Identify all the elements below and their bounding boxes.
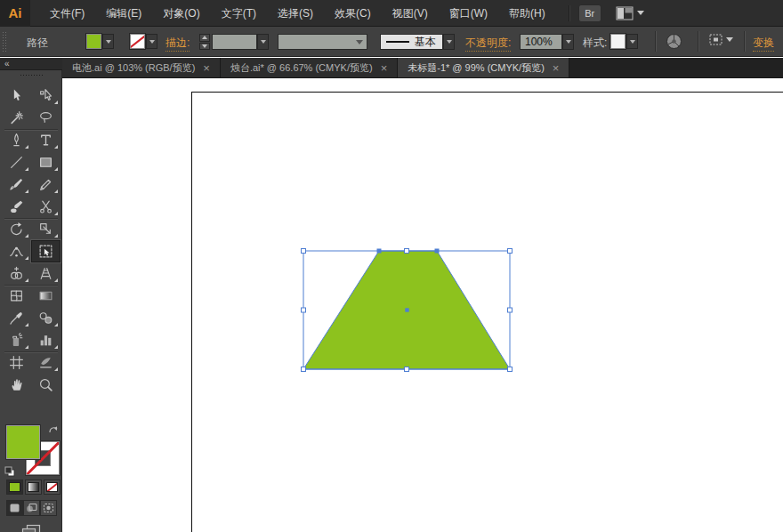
control-separator — [655, 31, 656, 52]
rotate-tool[interactable] — [2, 218, 31, 240]
tools-panel-gripper[interactable] — [20, 74, 43, 77]
opacity-input[interactable]: 100% — [520, 34, 562, 50]
fill-stroke-indicator — [0, 423, 62, 479]
blend-tool[interactable] — [31, 307, 61, 329]
handle-bottom-right[interactable] — [508, 367, 513, 372]
tab-close-icon[interactable]: × — [553, 62, 560, 74]
zoom-tool[interactable] — [31, 374, 61, 396]
gradient-tool[interactable] — [31, 285, 61, 307]
control-bar-gripper[interactable] — [2, 31, 6, 52]
width-tool[interactable] — [2, 240, 31, 262]
shape-center-point[interactable] — [405, 308, 408, 311]
gradient-button[interactable] — [25, 480, 42, 495]
artboard-tool[interactable] — [2, 351, 31, 374]
handle-bottom-left[interactable] — [302, 367, 306, 372]
mesh-tool[interactable] — [2, 285, 31, 307]
handle-middle-left[interactable] — [302, 308, 306, 312]
menu-type[interactable]: 文字(T) — [211, 0, 267, 27]
hand-tool[interactable] — [2, 374, 31, 396]
draw-normal-button[interactable] — [6, 500, 23, 516]
perspective-grid-tool[interactable] — [31, 262, 61, 285]
magic-wand-tool[interactable] — [2, 107, 31, 129]
scissors-tool[interactable] — [31, 196, 61, 218]
selected-shape-group — [295, 242, 520, 378]
paintbrush-tool[interactable] — [2, 173, 31, 196]
draw-inside-button[interactable] — [40, 500, 57, 516]
control-separator — [698, 31, 698, 52]
tab-document-3-active[interactable]: 未标题-1* @ 99% (CMYK/预览) × — [398, 58, 569, 77]
align-options-button[interactable] — [708, 33, 733, 46]
opacity-panel-link[interactable]: 不透明度: — [465, 36, 511, 52]
change-screen-mode-button[interactable] — [20, 522, 43, 532]
selection-tool[interactable] — [2, 85, 31, 107]
handle-bottom-center[interactable] — [405, 367, 409, 372]
lasso-tool[interactable] — [31, 107, 61, 129]
direct-selection-tool[interactable] — [31, 85, 61, 107]
tab-document-2[interactable]: 烛台.ai* @ 66.67% (CMYK/预览) × — [221, 58, 398, 77]
width-profile-dropdown[interactable] — [278, 34, 367, 50]
handle-middle-right[interactable] — [508, 308, 513, 312]
free-transform-tool[interactable] — [31, 240, 61, 262]
default-fill-stroke-icon[interactable] — [4, 466, 15, 477]
transform-panel-link[interactable]: 变换 — [753, 36, 774, 52]
draw-behind-button[interactable] — [23, 500, 40, 516]
line-segment-tool[interactable] — [2, 151, 31, 173]
menu-help[interactable]: 帮助(H) — [498, 0, 556, 27]
pen-tool[interactable] — [2, 129, 31, 151]
tab-close-icon[interactable]: × — [203, 62, 210, 74]
tab-close-icon[interactable]: × — [381, 62, 388, 74]
shape-builder-tool[interactable] — [2, 262, 31, 285]
menu-select[interactable]: 选择(S) — [267, 0, 324, 27]
color-button[interactable] — [6, 480, 23, 495]
opacity-dropdown[interactable] — [562, 34, 574, 50]
pencil-tool[interactable] — [31, 173, 61, 196]
menu-file[interactable]: 文件(F) — [39, 0, 95, 27]
stroke-weight-input[interactable] — [212, 34, 257, 50]
fill-color-dropdown[interactable] — [102, 34, 114, 49]
column-graph-tool[interactable] — [31, 329, 61, 351]
fill-color-swatch[interactable] — [86, 34, 101, 49]
rectangle-tool[interactable] — [31, 151, 61, 173]
brush-stroke-preview — [386, 41, 409, 43]
toolbar-collapse-button[interactable]: « — [0, 58, 62, 70]
tool-grid — [2, 85, 61, 396]
menu-object[interactable]: 对象(O) — [152, 0, 210, 27]
handle-top-right[interactable] — [508, 249, 513, 254]
recolor-artwork-button[interactable] — [666, 33, 682, 50]
screen-mode-icon — [21, 524, 41, 532]
menu-window[interactable]: 窗口(W) — [439, 0, 498, 27]
menu-effect[interactable]: 效果(C) — [324, 0, 382, 27]
eyedropper-tool[interactable] — [2, 307, 31, 329]
menu-view[interactable]: 视图(V) — [382, 0, 439, 27]
stroke-color-swatch[interactable] — [130, 34, 145, 49]
fill-swatch[interactable] — [6, 425, 40, 459]
stroke-weight-stepper[interactable] — [199, 34, 210, 50]
scale-tool[interactable] — [31, 218, 61, 240]
brush-definition-caret[interactable] — [443, 34, 455, 50]
stepper-up-icon[interactable] — [199, 34, 210, 42]
document-canvas[interactable] — [63, 78, 783, 532]
stroke-panel-link[interactable]: 描边: — [165, 36, 190, 52]
tool-group-separator — [4, 351, 58, 352]
workspace-switcher-button[interactable] — [616, 6, 644, 20]
none-button[interactable] — [44, 480, 61, 495]
slice-tool[interactable] — [31, 351, 61, 374]
swap-fill-stroke-icon[interactable] — [47, 423, 60, 436]
blob-brush-tool[interactable] — [2, 196, 31, 218]
graphic-style-dropdown[interactable] — [626, 34, 638, 49]
brush-definition-value: 基本 — [415, 35, 436, 50]
anchor-top-right[interactable] — [435, 249, 440, 254]
tab-document-1[interactable]: 电池.ai @ 103% (RGB/预览) × — [62, 58, 221, 77]
stroke-color-dropdown[interactable] — [146, 34, 157, 49]
type-tool[interactable] — [31, 129, 61, 151]
menu-edit[interactable]: 编辑(E) — [95, 0, 152, 27]
stepper-down-icon[interactable] — [199, 43, 210, 51]
bridge-button[interactable]: Br — [578, 4, 601, 22]
handle-top-left[interactable] — [302, 249, 306, 254]
stroke-weight-dropdown[interactable] — [257, 34, 269, 50]
brush-definition-dropdown[interactable]: 基本 — [380, 34, 443, 50]
graphic-style-swatch[interactable] — [610, 34, 626, 49]
symbol-sprayer-tool[interactable] — [2, 329, 31, 351]
anchor-top-left[interactable] — [377, 249, 382, 254]
handle-top-center[interactable] — [405, 249, 409, 254]
